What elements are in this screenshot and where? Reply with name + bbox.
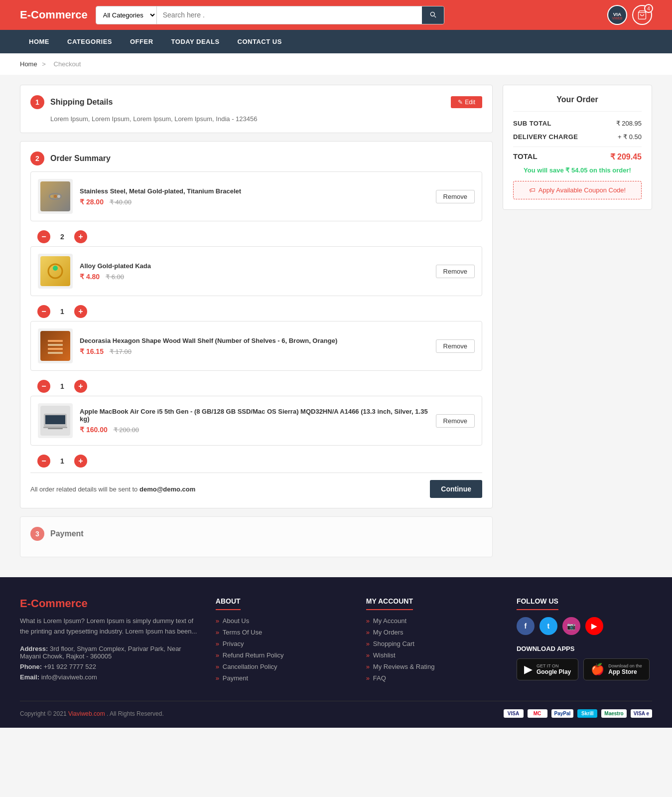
order-box: Your Order SUB TOTAL ₹ 208.95 DELIVERY C… — [503, 85, 652, 210]
paypal-icon: PayPal — [551, 709, 574, 718]
qty-decrease-1[interactable]: − — [37, 230, 50, 243]
order-summary-section: 2 Order Summary Stainless Steel, Metal G… — [20, 141, 493, 508]
nav-contact[interactable]: CONTACT US — [229, 30, 291, 53]
qty-increase-3[interactable]: + — [74, 380, 87, 393]
footer-link-cart[interactable]: Shopping Cart — [366, 640, 502, 647]
brand-logo: VIA VIWEB — [607, 5, 627, 25]
app-store-text: Download on the App Store — [608, 663, 642, 675]
footer-link-faq[interactable]: FAQ — [366, 674, 502, 682]
category-select[interactable]: All Categories — [96, 6, 157, 24]
footer-brand-link[interactable]: Viaviweb.com — [68, 710, 105, 717]
total-row: TOTAL ₹ 209.45 — [513, 147, 642, 161]
twitter-icon[interactable]: t — [539, 617, 557, 635]
google-play-text: GET IT ON Google Play — [537, 663, 571, 675]
remove-item-1-button[interactable]: Remove — [436, 190, 475, 203]
apple-icon: 🍎 — [591, 663, 604, 676]
nav-categories[interactable]: CATEGORIES — [58, 30, 121, 53]
youtube-icon[interactable]: ▶ — [585, 617, 603, 635]
footer-about-col: ABOUT About Us Terms Of Use Privacy Refu… — [216, 597, 351, 686]
shipping-section: 1 Shipping Details ✎ Edit Lorem Ipsum, L… — [20, 85, 493, 133]
payment-header: 3 Payment — [30, 527, 482, 541]
coupon-label: Apply Available Coupon Code! — [538, 186, 626, 194]
nav-offer[interactable]: OFFER — [121, 30, 162, 53]
logo: E-Commerce — [20, 8, 88, 21]
cart-button[interactable]: 4 — [632, 5, 652, 25]
google-play-button[interactable]: ▶ GET IT ON Google Play — [517, 658, 578, 680]
right-column: Your Order SUB TOTAL ₹ 208.95 DELIVERY C… — [503, 85, 652, 210]
qty-decrease-4[interactable]: − — [37, 455, 50, 468]
main-content: 1 Shipping Details ✎ Edit Lorem Ipsum, L… — [0, 75, 672, 567]
remove-item-2-button[interactable]: Remove — [436, 265, 475, 278]
item-image-3 — [38, 328, 73, 363]
remove-item-4-button[interactable]: Remove — [436, 414, 475, 428]
qty-control-2: − 1 + — [30, 302, 482, 321]
total-value: ₹ 209.45 — [610, 152, 642, 161]
shipping-header: 1 Shipping Details ✎ Edit — [30, 95, 482, 109]
shipping-address: Lorem Ipsum, Lorem Ipsum, Lorem Ipsum, L… — [30, 115, 482, 123]
qty-increase-1[interactable]: + — [74, 230, 87, 243]
search-button[interactable] — [422, 6, 444, 24]
footer-link-myorders[interactable]: My Orders — [366, 629, 502, 636]
left-column: 1 Shipping Details ✎ Edit Lorem Ipsum, L… — [20, 85, 493, 557]
order-footer: All order related details will be sent t… — [30, 473, 482, 498]
item-price-1: ₹ 28.00 ₹ 40.00 — [80, 198, 429, 206]
nav-home[interactable]: HOME — [20, 30, 58, 53]
total-label: TOTAL — [513, 152, 538, 161]
continue-button[interactable]: Continue — [430, 480, 482, 498]
qty-value-4: 1 — [57, 457, 67, 465]
payment-title: Payment — [50, 529, 84, 538]
qty-control-3: − 1 + — [30, 377, 482, 396]
footer-link-wishlist[interactable]: Wishlist — [366, 651, 502, 659]
footer-link-cancellation[interactable]: Cancellation Policy — [216, 663, 351, 670]
footer-copyright: Copyright © 2021 Viaviweb.com . All Righ… — [20, 710, 164, 717]
shipping-title: Shipping Details — [50, 98, 113, 107]
subtotal-value: ₹ 208.95 — [616, 120, 642, 127]
social-icons: f t 📷 ▶ — [517, 617, 652, 635]
order-item: Stainless Steel, Metal Gold-plated, Tita… — [30, 171, 482, 221]
footer-link-reviews[interactable]: My Reviews & Rating — [366, 663, 502, 670]
item-price-4: ₹ 160.00 ₹ 200.00 — [80, 426, 429, 434]
footer-link-myaccount[interactable]: My Account — [366, 617, 502, 625]
footer-link-about[interactable]: About Us — [216, 617, 351, 625]
edit-icon: ✎ — [458, 99, 463, 106]
download-apps-title: DOWNLOAD APPS — [517, 645, 652, 652]
footer-link-refund[interactable]: Refund Return Policy — [216, 651, 351, 659]
item-info-3: Decorasia Hexagon Shape Wood Wall Shelf … — [80, 337, 429, 355]
visa-icon: VISA — [504, 709, 524, 718]
facebook-icon[interactable]: f — [517, 617, 535, 635]
qty-increase-2[interactable]: + — [74, 305, 87, 318]
footer-link-terms[interactable]: Terms Of Use — [216, 629, 351, 636]
footer-phone: Phone: +91 922 7777 522 — [20, 663, 201, 670]
qty-decrease-3[interactable]: − — [37, 380, 50, 393]
item-info-1: Stainless Steel, Metal Gold-plated, Tita… — [80, 187, 429, 206]
qty-decrease-2[interactable]: − — [37, 305, 50, 318]
svg-rect-17 — [48, 428, 63, 429]
delivery-label: DELIVERY CHARGE — [513, 133, 578, 141]
remove-item-3-button[interactable]: Remove — [436, 339, 475, 353]
payment-icons: VISA MC PayPal Skrill Maestro VISA e — [504, 709, 652, 718]
item-name-4: Apple MacBook Air Core i5 5th Gen - (8 G… — [80, 408, 429, 423]
step-1-num: 1 — [30, 95, 44, 109]
coupon-apply-button[interactable]: 🏷 Apply Available Coupon Code! — [513, 181, 642, 199]
svg-text:VIWEB: VIWEB — [612, 16, 622, 20]
footer-link-payment[interactable]: Payment — [216, 674, 351, 682]
qty-increase-4[interactable]: + — [74, 455, 87, 468]
footer-description: What is Lorem Ipsum? Lorem Ipsum is simp… — [20, 616, 201, 637]
item-image-4 — [38, 403, 73, 438]
app-store-button[interactable]: 🍎 Download on the App Store — [583, 658, 650, 680]
svg-rect-11 — [48, 344, 63, 346]
item-image-2 — [38, 254, 73, 289]
item-info-4: Apple MacBook Air Core i5 5th Gen - (8 G… — [80, 408, 429, 434]
item-price-3: ₹ 16.15 ₹ 17.00 — [80, 347, 429, 355]
breadcrumb-home[interactable]: Home — [20, 60, 37, 68]
order-item: Apple MacBook Air Core i5 5th Gen - (8 G… — [30, 396, 482, 446]
instagram-icon[interactable]: 📷 — [562, 617, 580, 635]
app-buttons: ▶ GET IT ON Google Play 🍎 Download on th… — [517, 658, 652, 680]
footer-about-title: ABOUT — [216, 597, 241, 610]
breadcrumb: Home > Checkout — [0, 53, 672, 75]
edit-shipping-button[interactable]: ✎ Edit — [451, 96, 482, 108]
footer-link-privacy[interactable]: Privacy — [216, 640, 351, 647]
nav-today-deals[interactable]: TODAY DEALS — [162, 30, 229, 53]
search-input[interactable] — [157, 6, 422, 24]
skrill-icon: Skrill — [577, 709, 597, 718]
